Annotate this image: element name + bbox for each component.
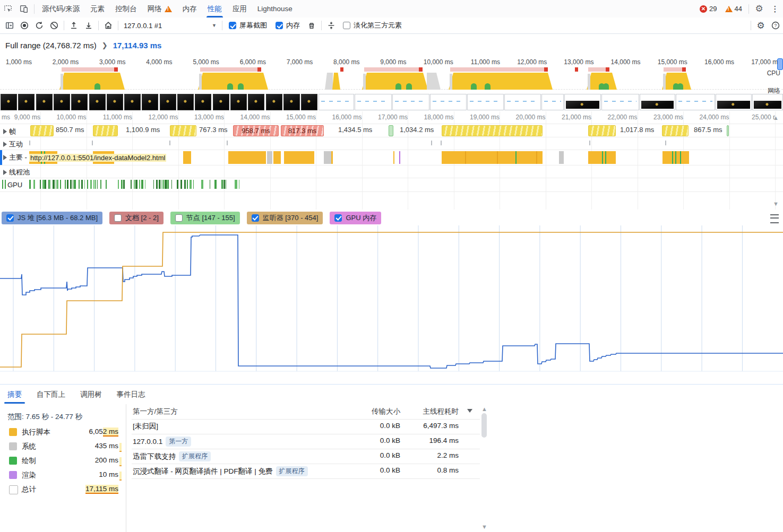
device-toolbar-icon[interactable] bbox=[16, 2, 32, 16]
screenshot-thumbnail[interactable] bbox=[89, 94, 106, 110]
frames-track[interactable]: 帧 958.7 ms817.3 ms850.7 ms1,100.9 ms767.… bbox=[0, 124, 783, 137]
interactions-track[interactable]: 互动 bbox=[0, 137, 783, 150]
partial-frame-bar[interactable] bbox=[442, 125, 543, 136]
dropped-frame-bar[interactable]: 817.3 ms bbox=[281, 125, 324, 136]
main-thread-event[interactable] bbox=[331, 151, 333, 164]
main-thread-event[interactable] bbox=[675, 151, 676, 164]
interactions-track-label[interactable]: 互动 bbox=[3, 139, 23, 149]
main-thread-event[interactable] bbox=[465, 151, 466, 164]
gpu-task-bar[interactable] bbox=[73, 180, 73, 189]
overview-scroll-handle[interactable] bbox=[777, 58, 783, 70]
fade-third-party-checkbox[interactable]: 淡化第三方元素 bbox=[343, 21, 402, 30]
screenshot-thumbnail[interactable] bbox=[301, 94, 317, 110]
gpu-task-bar[interactable] bbox=[67, 180, 68, 189]
gpu-task-bar[interactable] bbox=[81, 180, 83, 189]
main-thread-track[interactable]: 主要 - http://127.0.0.1:5501/index-dataMod… bbox=[0, 150, 783, 165]
table-row[interactable]: 沉浸式翻译 - 网页翻译插件 | PDF翻译 | 免费扩展程序0.0 kB0.8… bbox=[132, 464, 480, 479]
screenshot-thumbnail[interactable] bbox=[504, 94, 541, 110]
gpu-task-bar[interactable] bbox=[156, 180, 158, 189]
gpu-task-bar[interactable] bbox=[79, 180, 80, 189]
details-tab-事件日志[interactable]: 事件日志 bbox=[117, 386, 145, 404]
screenshot-thumbnail[interactable] bbox=[676, 94, 715, 110]
screenshot-thumbnail[interactable] bbox=[601, 94, 639, 110]
hamburger-menu-icon[interactable] bbox=[770, 214, 779, 223]
scroll-up-icon[interactable]: ▲ bbox=[773, 115, 779, 121]
save-profile-icon[interactable] bbox=[81, 19, 96, 32]
tab-源代码/来源[interactable]: 源代码/来源 bbox=[37, 0, 85, 18]
screenshot-thumbnail[interactable] bbox=[283, 94, 300, 110]
expand-icon[interactable] bbox=[3, 142, 7, 147]
col-size[interactable]: 传输大小 bbox=[372, 407, 400, 416]
col-entity[interactable]: 第一方/第三方 bbox=[133, 407, 178, 416]
gpu-task-bar[interactable] bbox=[74, 180, 76, 189]
gpu-task-bar[interactable] bbox=[57, 180, 58, 189]
screenshot-thumbnail[interactable] bbox=[392, 94, 429, 110]
good-frame-bar[interactable] bbox=[727, 125, 729, 136]
scroll-up-icon[interactable]: ▲ bbox=[481, 406, 487, 412]
main-thread-event[interactable] bbox=[393, 151, 394, 164]
gpu-task-bar[interactable] bbox=[33, 180, 35, 189]
scroll-down-icon[interactable]: ▼ bbox=[773, 200, 779, 207]
gpu-task-bar[interactable] bbox=[60, 180, 61, 189]
gpu-task-bar[interactable] bbox=[122, 180, 123, 189]
gpu-task-bar[interactable] bbox=[161, 180, 161, 189]
gpu-task-bar[interactable] bbox=[95, 180, 96, 189]
gpu-task-bar[interactable] bbox=[180, 180, 182, 189]
screenshot-thumbnail[interactable] bbox=[319, 94, 354, 110]
load-profile-icon[interactable] bbox=[66, 19, 81, 32]
main-thread-event[interactable] bbox=[559, 151, 564, 164]
main-thread-event[interactable] bbox=[324, 151, 331, 164]
settings-gear-icon[interactable]: ⚙ bbox=[751, 2, 767, 16]
main-thread-event[interactable] bbox=[183, 151, 191, 164]
main-thread-event[interactable] bbox=[228, 151, 266, 164]
screenshot-thumbnail[interactable] bbox=[195, 94, 211, 110]
tab-网络[interactable]: 网络 bbox=[142, 0, 177, 18]
gpu-task-bar[interactable] bbox=[162, 180, 164, 189]
gpu-task-bar[interactable] bbox=[153, 180, 154, 189]
gpu-task-bar[interactable] bbox=[141, 180, 143, 189]
good-frame-bar[interactable] bbox=[389, 125, 393, 136]
gpu-task-bar[interactable] bbox=[49, 180, 50, 189]
gpu-task-bar[interactable] bbox=[90, 180, 92, 189]
gpu-task-bar[interactable] bbox=[70, 180, 72, 189]
gpu-task-bar[interactable] bbox=[221, 180, 223, 189]
screenshot-thumbnail[interactable] bbox=[177, 94, 194, 110]
gpu-task-bar[interactable] bbox=[145, 180, 145, 189]
breadcrumb-selected-range[interactable]: 17,114.93 ms bbox=[113, 41, 162, 50]
gpu-task-bar[interactable] bbox=[171, 180, 172, 189]
screenshots-checkbox[interactable]: 屏幕截图 bbox=[229, 21, 267, 30]
partial-frame-bar[interactable] bbox=[93, 125, 118, 136]
main-thread-event[interactable] bbox=[602, 151, 603, 164]
main-thread-event[interactable] bbox=[497, 151, 498, 164]
screenshot-thumbnail[interactable] bbox=[266, 94, 282, 110]
thread-pool-track[interactable]: 线程池 bbox=[0, 165, 783, 178]
reload-record-icon[interactable] bbox=[32, 19, 47, 32]
memory-counter-chip[interactable]: GPU 内存 bbox=[330, 212, 381, 224]
gpu-task-bar[interactable] bbox=[40, 180, 41, 189]
main-thread-event[interactable] bbox=[267, 151, 272, 164]
gpu-track[interactable]: GPU bbox=[0, 178, 783, 192]
memory-counter-chip[interactable]: JS 堆 [56.3 MB - 68.2 MB] bbox=[2, 212, 102, 224]
dropped-frame-bar[interactable]: 958.7 ms bbox=[233, 125, 279, 136]
gpu-task-bar[interactable] bbox=[226, 180, 226, 189]
gpu-task-bar[interactable] bbox=[56, 180, 56, 189]
capture-settings-gear-icon[interactable]: ⚙ bbox=[753, 19, 768, 32]
screenshot-thumbnail[interactable] bbox=[430, 94, 467, 110]
gpu-task-bar[interactable] bbox=[216, 180, 217, 189]
screenshot-thumbnail[interactable] bbox=[36, 94, 53, 110]
screenshot-thumbnail[interactable] bbox=[752, 94, 783, 110]
gpu-task-bar[interactable] bbox=[193, 180, 194, 189]
tab-性能[interactable]: 性能 bbox=[202, 0, 227, 18]
screenshot-thumbnail[interactable] bbox=[160, 94, 176, 110]
screenshot-thumbnail[interactable] bbox=[541, 94, 564, 110]
table-row[interactable]: 迅雷下载支持扩展程序0.0 kB2.2 ms bbox=[132, 449, 480, 464]
main-thread-event[interactable] bbox=[672, 151, 673, 164]
console-error-badge[interactable]: ✕ 29 bbox=[700, 5, 717, 13]
screenshot-thumbnail[interactable] bbox=[1, 94, 17, 110]
toggle-sidebar-icon[interactable] bbox=[2, 19, 17, 32]
gpu-task-bar[interactable] bbox=[84, 180, 85, 189]
scrollbar-thumb[interactable] bbox=[481, 413, 487, 438]
partial-frame-bar[interactable] bbox=[662, 125, 689, 136]
partial-frame-bar[interactable] bbox=[170, 125, 196, 136]
breadcrumb-full-range[interactable]: Full range (24,768.72 ms) bbox=[5, 41, 97, 50]
